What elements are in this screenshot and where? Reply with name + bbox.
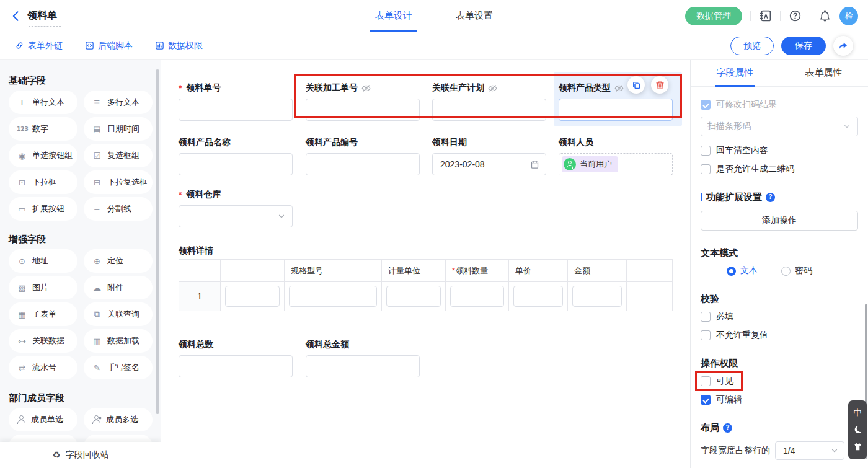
no-duplicate-checkbox-row[interactable]: 不允许重复值 bbox=[701, 330, 858, 341]
share-button[interactable] bbox=[833, 36, 853, 56]
field-recycle-bin[interactable]: ♻ 字段回收站 bbox=[0, 442, 161, 468]
sidebar-item-linked-data[interactable]: ⊶关联数据 bbox=[9, 329, 78, 353]
field-prod-name[interactable]: 领料产品名称 bbox=[179, 136, 293, 175]
prod-type-input[interactable] bbox=[559, 99, 673, 121]
sidebar-item-radio-group[interactable]: ◉单选按钮组 bbox=[9, 144, 78, 167]
sidebar-item-linked-query[interactable]: ⧉关联查询 bbox=[84, 302, 153, 326]
sidebar-item-divider-line[interactable]: ≡分割线 bbox=[84, 197, 153, 221]
sidebar-item-serial-number[interactable]: ⇄流水号 bbox=[9, 356, 78, 379]
field-prod-plan[interactable]: 关联生产计划 bbox=[432, 82, 546, 121]
sidebar-item-number[interactable]: 123数字 bbox=[9, 117, 78, 141]
req-no-input[interactable] bbox=[179, 99, 293, 121]
process-no-input[interactable] bbox=[306, 99, 420, 121]
sidebar-item-multi-line-text[interactable]: ≣多行文本 bbox=[84, 91, 153, 114]
tab-form-design[interactable]: 表单设计 bbox=[375, 0, 412, 32]
preview-button[interactable]: 预览 bbox=[730, 37, 774, 55]
warehouse-select[interactable] bbox=[179, 205, 293, 227]
req-date-input[interactable]: 2023-02-08 bbox=[432, 153, 546, 175]
total-amount-input[interactable] bbox=[306, 355, 420, 377]
data-manage-button[interactable]: 数据管理 bbox=[685, 7, 742, 25]
sidebar-item-select[interactable]: ⊡下拉框 bbox=[9, 170, 78, 194]
shirt-icon[interactable] bbox=[853, 442, 862, 451]
tab-form-settings[interactable]: 表单设置 bbox=[456, 0, 493, 32]
back-icon[interactable] bbox=[10, 10, 22, 22]
backend-script-link[interactable]: 后端脚本 bbox=[85, 40, 133, 51]
field-req-no[interactable]: 领料单号 bbox=[179, 82, 293, 121]
field-req-person[interactable]: 领料人员 当前用户 bbox=[559, 136, 673, 175]
language-label[interactable]: 中 bbox=[854, 408, 862, 417]
sidebar-item-address[interactable]: ⊙地址 bbox=[9, 249, 78, 273]
field-req-date[interactable]: 领料日期 2023-02-08 bbox=[432, 136, 546, 175]
form-external-link[interactable]: 表单外链 bbox=[15, 40, 63, 51]
field-width-select[interactable]: 1/4 bbox=[775, 441, 844, 460]
spec-input[interactable] bbox=[289, 286, 377, 307]
sidebar-item-subform[interactable]: ▦子表单 bbox=[9, 302, 78, 326]
required-checkbox[interactable] bbox=[701, 312, 711, 322]
sidebar-item-extend-button[interactable]: ▭扩展按钮 bbox=[9, 197, 78, 221]
unit-input[interactable] bbox=[386, 286, 441, 307]
subform-cell-input[interactable] bbox=[225, 286, 280, 307]
text-mode-option-text[interactable]: 文本 bbox=[727, 265, 758, 276]
sidebar-item-member-single[interactable]: 成员单选 bbox=[9, 408, 78, 431]
prod-code-input[interactable] bbox=[306, 153, 420, 175]
sidebar-item-checkbox-group[interactable]: ☑复选框组 bbox=[84, 144, 153, 167]
sidebar-item-signature[interactable]: ✎手写签名 bbox=[84, 356, 153, 379]
section-title-member-fields: 部门成员字段 bbox=[9, 392, 153, 404]
text-mode-option-password[interactable]: 密码 bbox=[781, 265, 812, 276]
sidebar-item-attachment[interactable]: ☁附件 bbox=[84, 276, 153, 299]
sidebar-item-location[interactable]: ⊕定位 bbox=[84, 249, 153, 273]
subform-row: 1 bbox=[179, 282, 672, 311]
amount-input[interactable] bbox=[572, 286, 622, 307]
total-qty-input[interactable] bbox=[179, 355, 293, 377]
help-circle-icon[interactable]: ? bbox=[723, 423, 732, 433]
visible-checkbox-row[interactable]: 可见 bbox=[701, 376, 733, 387]
floating-extension-widget[interactable]: 中 bbox=[848, 400, 867, 459]
sidebar-item-single-line-text[interactable]: T单行文本 bbox=[9, 91, 78, 114]
qrcode-checkbox[interactable] bbox=[701, 164, 711, 174]
add-action-button[interactable]: 添加操作 bbox=[701, 211, 858, 231]
copy-field-button[interactable] bbox=[627, 76, 645, 94]
req-person-input[interactable]: 当前用户 bbox=[559, 153, 673, 175]
visible-checkbox[interactable] bbox=[701, 376, 711, 386]
user-avatar[interactable]: 检 bbox=[839, 7, 858, 25]
editable-checkbox[interactable] bbox=[701, 395, 711, 405]
price-input[interactable] bbox=[513, 286, 563, 307]
prod-plan-input[interactable] bbox=[432, 99, 546, 121]
tab-field-properties[interactable]: 字段属性 bbox=[691, 60, 779, 86]
col-header-amount: 金额 bbox=[568, 260, 627, 282]
field-prod-code[interactable]: 领料产品编号 bbox=[306, 136, 420, 175]
notification-bell-icon[interactable] bbox=[818, 9, 831, 22]
enter-clear-checkbox[interactable] bbox=[701, 146, 711, 156]
editable-checkbox-row[interactable]: 可编辑 bbox=[701, 394, 858, 405]
no-duplicate-checkbox[interactable] bbox=[701, 330, 711, 340]
sidebar-item-image[interactable]: ▧图片 bbox=[9, 276, 78, 299]
enter-clear-checkbox-row[interactable]: 回车清空内容 bbox=[701, 145, 858, 156]
sidebar-scrollbar[interactable] bbox=[156, 69, 159, 414]
current-user-chip[interactable]: 当前用户 bbox=[562, 156, 618, 172]
address-book-icon[interactable] bbox=[759, 9, 772, 22]
delete-field-button[interactable] bbox=[651, 76, 668, 94]
save-button[interactable]: 保存 bbox=[781, 37, 826, 55]
linked-query-icon: ⧉ bbox=[92, 309, 102, 319]
serial-number-icon: ⇄ bbox=[17, 363, 27, 373]
data-permission-link[interactable]: 数据权限 bbox=[155, 40, 203, 51]
qty-input[interactable] bbox=[450, 286, 504, 307]
help-circle-icon[interactable]: ? bbox=[766, 193, 775, 202]
sidebar-item-member-multi[interactable]: 成员多选 bbox=[84, 408, 153, 431]
sidebar-item-multi-select[interactable]: ⊟下拉复选框 bbox=[84, 170, 153, 194]
help-icon[interactable] bbox=[789, 9, 802, 22]
recycle-icon: ♻ bbox=[52, 449, 60, 461]
scan-modify-checkbox bbox=[701, 100, 711, 110]
sidebar-item-datetime[interactable]: ▤日期时间 bbox=[84, 117, 153, 141]
required-checkbox-row[interactable]: 必填 bbox=[701, 311, 858, 322]
field-process-no[interactable]: 关联加工单号 bbox=[306, 82, 420, 121]
field-total-amount[interactable]: 领料总金额 bbox=[306, 338, 420, 377]
sidebar-item-data-load[interactable]: ▥数据加载 bbox=[84, 329, 153, 353]
form-title[interactable]: 领料单 bbox=[27, 9, 57, 22]
moon-icon[interactable] bbox=[852, 425, 862, 435]
field-total-qty[interactable]: 领料总数 bbox=[179, 338, 293, 377]
field-warehouse[interactable]: 领料仓库 bbox=[179, 188, 293, 227]
prod-name-input[interactable] bbox=[179, 153, 293, 175]
qrcode-checkbox-row[interactable]: 是否允许生成二维码 bbox=[701, 164, 858, 175]
tab-form-properties[interactable]: 表单属性 bbox=[779, 60, 868, 86]
